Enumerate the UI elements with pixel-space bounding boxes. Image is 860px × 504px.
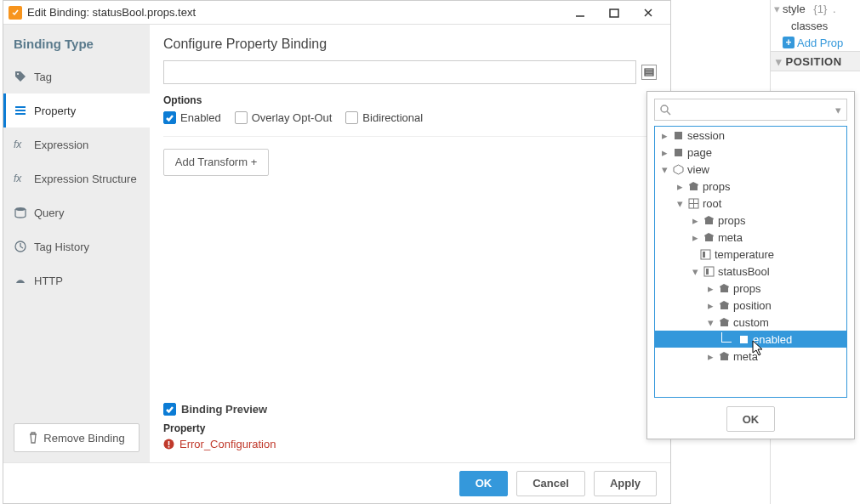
svg-line-17 xyxy=(667,111,670,115)
svg-rect-19 xyxy=(675,149,682,156)
nav-query[interactable]: Query xyxy=(3,195,150,229)
nav-tag-history[interactable]: Tag History xyxy=(3,229,150,263)
bidirectional-checkbox[interactable]: Bidirectional xyxy=(345,111,423,124)
svg-rect-28 xyxy=(704,267,714,276)
tree-node-root-meta[interactable]: ▸meta xyxy=(655,229,846,246)
svg-rect-7 xyxy=(15,113,26,115)
dialog-body: Binding Type Tag Property fxExpression f… xyxy=(3,25,670,462)
svg-rect-18 xyxy=(675,132,682,139)
remove-binding-button[interactable]: Remove Binding xyxy=(14,423,140,452)
tree-node-statusBool[interactable]: ▾statusBool xyxy=(655,263,846,280)
nav-expression[interactable]: fxExpression xyxy=(3,127,150,161)
tree-node-root-props[interactable]: ▸props xyxy=(655,212,846,229)
svg-rect-14 xyxy=(168,441,170,445)
trash-icon xyxy=(28,432,38,444)
main-panel: Configure Property Binding Options Enabl… xyxy=(150,25,670,462)
nav-property[interactable]: Property xyxy=(3,93,150,127)
dialog-title: Edit Binding: statusBool.props.text xyxy=(27,6,563,19)
property-path-input[interactable] xyxy=(163,60,636,84)
ok-button[interactable]: OK xyxy=(459,471,509,496)
binding-type-sidebar: Binding Type Tag Property fxExpression f… xyxy=(3,25,150,462)
nav-expression-structure[interactable]: fxExpression Structure xyxy=(3,161,150,195)
svg-rect-26 xyxy=(701,250,710,259)
options-label: Options xyxy=(163,94,657,106)
tree-node-sb-custom[interactable]: ▾custom xyxy=(655,314,846,331)
svg-rect-33 xyxy=(740,336,748,343)
add-transform-button[interactable]: Add Transform + xyxy=(163,149,269,176)
svg-rect-24 xyxy=(705,220,713,224)
error-icon xyxy=(163,439,174,450)
sidebar-header: Binding Type xyxy=(3,25,150,59)
nav-http[interactable]: HTTP xyxy=(3,263,150,297)
tree-node-temperature[interactable]: temperature xyxy=(655,246,846,263)
svg-rect-25 xyxy=(705,237,713,241)
svg-rect-20 xyxy=(690,186,698,190)
property-picker-button[interactable] xyxy=(641,65,657,80)
app-icon xyxy=(9,6,22,20)
preview-checkbox[interactable] xyxy=(163,403,176,416)
svg-rect-11 xyxy=(645,71,653,73)
svg-rect-34 xyxy=(720,356,728,360)
svg-rect-6 xyxy=(15,110,26,111)
svg-rect-31 xyxy=(720,305,728,309)
svg-rect-15 xyxy=(168,446,170,448)
svg-point-8 xyxy=(15,207,26,211)
overlay-optout-checkbox[interactable]: Overlay Opt-Out xyxy=(235,111,333,124)
tree-node-sb-meta[interactable]: ▸meta xyxy=(655,348,846,365)
tree-node-view[interactable]: ▾view xyxy=(655,161,846,178)
property-tree[interactable]: ▸session ▸page ▾view ▸props ▾root ▸props… xyxy=(654,126,847,398)
titlebar: Edit Binding: statusBool.props.text xyxy=(3,1,670,25)
binding-preview-section: Binding Preview Property Error_Configura… xyxy=(163,403,657,450)
tree-node-page[interactable]: ▸page xyxy=(655,144,846,161)
svg-rect-1 xyxy=(610,9,618,17)
nav-tag[interactable]: Tag xyxy=(3,59,150,93)
tree-node-props[interactable]: ▸props xyxy=(655,178,846,195)
dialog-footer: OK Cancel Apply xyxy=(3,462,670,503)
svg-rect-10 xyxy=(645,69,653,71)
search-icon xyxy=(660,105,671,116)
main-header: Configure Property Binding xyxy=(163,37,657,52)
tree-node-sb-position[interactable]: ▸position xyxy=(655,297,846,314)
add-property-button[interactable]: +Add Prop xyxy=(771,34,860,51)
minimize-button[interactable] xyxy=(563,3,597,22)
cancel-button[interactable]: Cancel xyxy=(516,471,585,496)
position-section-header[interactable]: ▾POSITION xyxy=(771,51,860,71)
apply-button[interactable]: Apply xyxy=(594,471,657,496)
fx-icon: fx xyxy=(14,139,27,150)
inspector-style-row[interactable]: ▾style {1} . xyxy=(771,0,860,17)
inspector-classes-row[interactable]: classes xyxy=(771,17,860,34)
tree-node-session[interactable]: ▸session xyxy=(655,127,846,144)
preview-error: Error_Configuration xyxy=(163,438,657,450)
tree-node-enabled[interactable]: enabled xyxy=(655,331,846,348)
preview-property-label: Property xyxy=(163,422,657,434)
svg-rect-12 xyxy=(645,74,653,76)
tree-node-sb-props[interactable]: ▸props xyxy=(655,280,846,297)
maximize-button[interactable] xyxy=(597,3,631,22)
svg-point-16 xyxy=(661,105,668,112)
options-row: Enabled Overlay Opt-Out Bidirectional xyxy=(163,111,657,137)
svg-rect-32 xyxy=(720,322,728,326)
plus-icon: + xyxy=(783,37,795,48)
svg-rect-30 xyxy=(720,288,728,292)
edit-binding-dialog: Edit Binding: statusBool.props.text Bind… xyxy=(3,0,671,504)
enabled-checkbox[interactable]: Enabled xyxy=(163,111,221,124)
fx-icon: fx xyxy=(14,173,27,184)
svg-point-4 xyxy=(17,73,19,75)
tree-node-root[interactable]: ▾root xyxy=(655,195,846,212)
close-button[interactable] xyxy=(631,3,665,22)
svg-rect-29 xyxy=(706,269,709,275)
property-picker-popup: ▾ ▸session ▸page ▾view ▸props ▾root ▸pro… xyxy=(646,91,855,439)
popup-ok-button[interactable]: OK xyxy=(726,406,776,432)
svg-rect-5 xyxy=(15,106,26,108)
search-input[interactable] xyxy=(675,104,832,116)
svg-rect-27 xyxy=(703,252,705,258)
popup-search[interactable]: ▾ xyxy=(654,99,847,121)
